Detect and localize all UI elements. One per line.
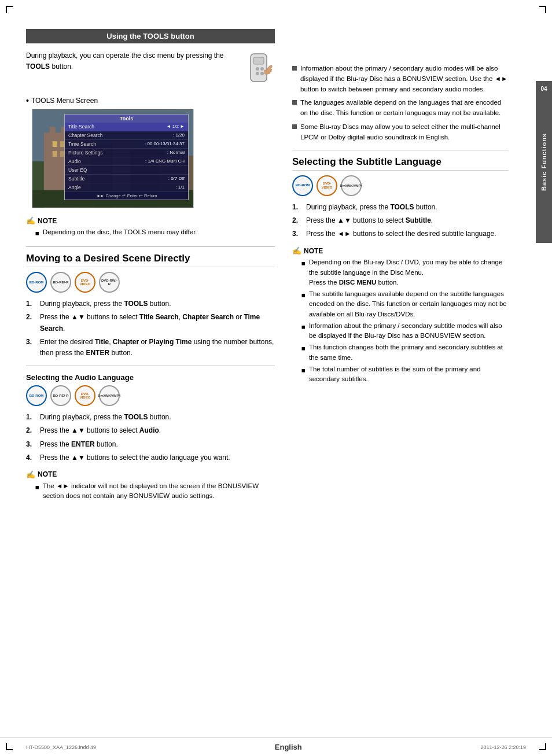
divider-2	[26, 366, 275, 366]
audio-steps: 1. During playback, press the TOOLS butt…	[26, 412, 275, 463]
tools-menu-row-6: Subtitle : 0/7 Off	[65, 175, 188, 183]
subtitle-steps: 1. During playback, press the TOOLS butt…	[292, 202, 509, 240]
tools-menu-screen-label: TOOLS Menu Screen	[31, 97, 98, 105]
subtitle-note-text-1: The subtitle languages available depend …	[309, 289, 509, 319]
tools-menu-row-2: Time Search : 00:00:13/01:34:37	[65, 140, 188, 149]
audio-right-note-text-2: Some Blu-ray Discs may allow you to sele…	[300, 122, 509, 143]
right-column: Information about the primary / secondar…	[292, 29, 526, 509]
subtitle-note-header: ✍ NOTE	[292, 246, 509, 255]
audio-note-header: ✍ NOTE	[26, 470, 275, 479]
subtitle-note-item-1: ■ The subtitle languages available depen…	[301, 289, 509, 319]
subtitle-disc-icons: BD-ROM DVD-VIDEO DivX/MKV/MP4	[292, 175, 509, 196]
tools-note-header: ✍ NOTE	[26, 216, 275, 225]
subtitle-note-text-3: This function changes both the primary a…	[309, 342, 509, 363]
subtitle-note-item-2: ■ Information about the primary / second…	[301, 321, 509, 341]
tools-menu-row-7: Angle : 1/1	[65, 183, 188, 192]
subtitle-note-item-0: ■ Depending on the Blu-ray Disc / DVD, y…	[301, 257, 509, 287]
tools-note-section: ✍ NOTE ■ Depending on the disc, the TOOL…	[26, 216, 275, 238]
left-column: Using the TOOLS button During playback, …	[26, 29, 275, 509]
tools-menu-row-4: Audio : 1/4 ENG Multi CH	[65, 157, 188, 166]
page-container: 04 Basic Functions Using the TOOLS butto…	[0, 0, 552, 756]
subtitle-step-3: 3. Press the ◄► buttons to select the de…	[292, 228, 509, 239]
footer-file: HT-D5500_XAA_1226.indd 49	[26, 744, 96, 750]
subtitle-disc-dvdvideo: DVD-VIDEO	[317, 175, 337, 196]
tools-menu-title: Tools	[65, 115, 188, 123]
subtitle-note-section: ✍ NOTE ■ Depending on the Blu-ray Disc /…	[292, 246, 509, 384]
audio-disc-bdrom: BD-ROM	[26, 385, 47, 406]
svg-rect-16	[53, 141, 57, 147]
moving-step-3: 3. Enter the desired Title, Chapter or P…	[26, 337, 275, 359]
audio-note-text-0: The ◄► indicator will not be displayed o…	[43, 481, 275, 501]
tools-menu-row-0: Title Search ◄ 1/2 ►	[65, 123, 188, 131]
moving-steps: 1. During playback, press the TOOLS butt…	[26, 298, 275, 359]
audio-note-section: ✍ NOTE ■ The ◄► indicator will not be di…	[26, 470, 275, 501]
tools-bg: Tools Title Search ◄ 1/2 ► Chapter Searc…	[32, 109, 193, 208]
audio-disc-divx: DivX/MKV/MP4	[99, 385, 120, 406]
disc-icon-dvdvideo: DVD-VIDEO	[75, 272, 95, 293]
svg-point-5	[260, 72, 264, 75]
chapter-title: Basic Functions	[540, 133, 547, 191]
subtitle-disc-divx: DivX/MKV/MP4	[341, 175, 362, 196]
subtitle-section-title: Selecting the Subtitle Language	[292, 156, 509, 171]
chapter-number: 04	[540, 86, 547, 92]
audio-step-1: 1. During playback, press the TOOLS butt…	[26, 412, 275, 423]
tools-menu-overlay: Tools Title Search ◄ 1/2 ► Chapter Searc…	[64, 114, 189, 200]
corner-mark-tr	[539, 6, 546, 13]
tools-menu-row-5: User EQ	[65, 166, 188, 175]
tools-note-content: ■ Depending on the disc, the TOOLS menu …	[35, 227, 275, 238]
audio-step-3: 3. Press the ENTER button.	[26, 439, 275, 450]
audio-right-note-2: Some Blu-ray Discs may allow you to sele…	[292, 122, 509, 143]
audio-step-2: 2. Press the ▲▼ buttons to select Audio.	[26, 425, 275, 436]
audio-disc-icons: BD-ROM BD-RE/-R DVD-VIDEO DivX/MKV/MP4	[26, 385, 275, 406]
tools-menu-label: • TOOLS Menu Screen	[26, 96, 275, 105]
moving-section-title: Moving to a Desired Scene Directly	[26, 253, 275, 267]
subtitle-note-text-2: Information about the primary / secondar…	[309, 321, 509, 341]
audio-note-label: NOTE	[38, 470, 57, 478]
tools-screenshot: Tools Title Search ◄ 1/2 ► Chapter Searc…	[32, 109, 194, 208]
tools-intro-row: During playback, you can operate the dis…	[26, 50, 275, 89]
subtitle-step-1: 1. During playback, press the TOOLS butt…	[292, 202, 509, 213]
svg-point-3	[260, 67, 264, 71]
svg-point-4	[256, 72, 259, 75]
audio-section-title: Selecting the Audio Language	[26, 373, 275, 382]
disc-icon-bdrom: BD-ROM	[26, 272, 47, 293]
subtitle-note-text-4: The total number of subtitles is the sum…	[309, 364, 509, 385]
audio-right-note-0: Information about the primary / secondar…	[292, 64, 509, 94]
tools-note-text-0: Depending on the disc, the TOOLS menu ma…	[43, 227, 197, 238]
tools-intro-text: During playback, you can operate the dis…	[26, 50, 240, 72]
moving-disc-icons: BD-ROM BD-RE/-R DVD-VIDEO DVD-RW/-R	[26, 272, 275, 293]
tools-menu-row-3: Picture Settings : Normal	[65, 149, 188, 157]
subtitle-note-content: ■ Depending on the Blu-ray Disc / DVD, y…	[301, 257, 509, 384]
subtitle-note-label: NOTE	[304, 247, 323, 255]
audio-right-note-text-1: The languages available depend on the la…	[300, 98, 509, 119]
disc-icon-dvdrwr: DVD-RW/-R	[99, 272, 120, 293]
subtitle-step-2: 2. Press the ▲▼ buttons to select Subtit…	[292, 215, 509, 226]
tools-intro-main: During playback, you can operate the dis…	[26, 51, 224, 60]
audio-disc-bdrer: BD-RE/-R	[50, 385, 71, 406]
disc-icon-bdrer: BD-RE/-R	[50, 272, 71, 293]
tools-note-label: NOTE	[38, 217, 57, 225]
audio-note-content: ■ The ◄► indicator will not be displayed…	[35, 481, 275, 501]
footer-date: 2011-12-26 2:20:19	[480, 744, 526, 750]
subtitle-note-text-0: Depending on the Blu-ray Disc / DVD, you…	[309, 257, 509, 287]
remote-icon	[246, 53, 275, 89]
audio-right-notes: Information about the primary / secondar…	[292, 64, 509, 143]
audio-right-note-text-0: Information about the primary / secondar…	[300, 64, 509, 94]
svg-rect-18	[53, 151, 57, 157]
audio-right-note-1: The languages available depend on the la…	[292, 98, 509, 119]
corner-mark-tl	[6, 6, 13, 13]
footer-page: English	[275, 743, 302, 751]
note-icon: ✍	[26, 216, 35, 225]
tools-bold: TOOLS	[26, 62, 50, 71]
divider-right-1	[292, 150, 509, 150]
moving-step-1: 1. During playback, press the TOOLS butt…	[26, 298, 275, 309]
subtitle-note-item-3: ■ This function changes both the primary…	[301, 342, 509, 363]
tools-note-item-0: ■ Depending on the disc, the TOOLS menu …	[35, 227, 275, 238]
subtitle-note-item-4: ■ The total number of subtitles is the s…	[301, 364, 509, 385]
audio-disc-dvdvideo: DVD-VIDEO	[75, 385, 95, 406]
chapter-tab: 04 Basic Functions	[536, 81, 552, 243]
audio-step-4: 4. Press the ▲▼ buttons to select the au…	[26, 452, 275, 463]
tools-menu-footer: ◄► Change ↵ Enter ↩ Return	[65, 192, 188, 200]
svg-point-2	[256, 67, 259, 71]
svg-rect-1	[253, 57, 264, 64]
